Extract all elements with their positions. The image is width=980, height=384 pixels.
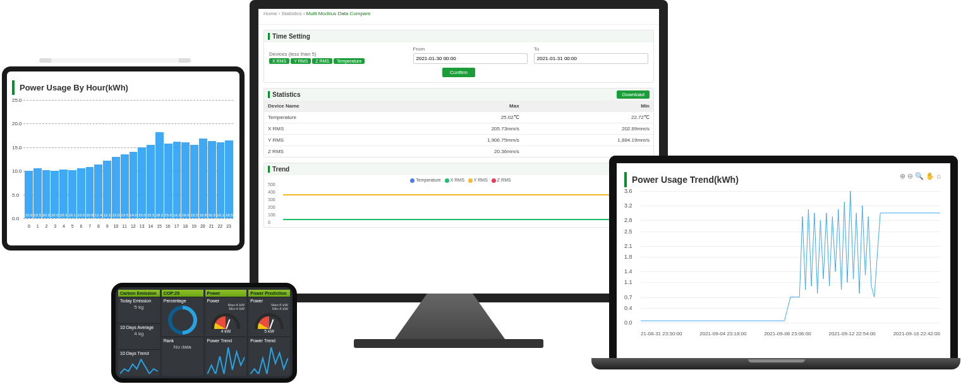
phone-cell: RankNo data bbox=[162, 337, 203, 376]
trend-legend: TemperatureX RMSY RMSZ RMS bbox=[268, 178, 650, 183]
device-tag[interactable]: Y RMS bbox=[291, 58, 311, 64]
phone-cell: Power Trend bbox=[205, 337, 247, 376]
phone-device: Carbon EmissionToday Emission5 kg10 Days… bbox=[111, 283, 297, 383]
phone-cell: Percentage bbox=[162, 297, 203, 337]
table-row: X RMS205.73mm/s202.89mm/s bbox=[264, 123, 653, 135]
zoom-in-icon[interactable]: ⊕ bbox=[900, 172, 907, 180]
bar: 16.3 bbox=[208, 141, 216, 218]
laptop-chart-title: Power Usage Trend(kWh) bbox=[624, 172, 943, 187]
bar: 15.0 bbox=[138, 147, 146, 218]
home-icon[interactable]: ⌂ bbox=[936, 172, 943, 180]
bar: 16.1 bbox=[217, 142, 225, 218]
crumb-current: Multi Modbus Data Compare bbox=[306, 11, 371, 16]
bar: 14.0 bbox=[130, 152, 138, 218]
bar: 10.3 bbox=[59, 170, 68, 218]
phone-column: Power PredictionPowerMax:5 kWMin:4 kW5 k… bbox=[248, 290, 290, 376]
bar: 10.0 bbox=[51, 171, 59, 218]
statistics-panel: Download Statistics Device Name Max Min … bbox=[263, 88, 654, 158]
phone-column: PowerPowerMax:4 kWMin:4 kW4 kWPower Tren… bbox=[205, 290, 247, 376]
device-tag[interactable]: X RMS bbox=[269, 58, 289, 64]
gauge-icon bbox=[211, 313, 240, 329]
col-device: Device Name bbox=[264, 101, 392, 112]
tablet-device: Power Usage By Hour(kWh) 0.05.010.015.02… bbox=[2, 66, 245, 251]
trend-title: Trend bbox=[268, 166, 650, 173]
bar: 12.2 bbox=[103, 161, 111, 218]
tablet-stylus bbox=[39, 58, 191, 63]
bar: 13.0 bbox=[112, 157, 120, 218]
laptop-notch bbox=[748, 359, 805, 362]
phone-col-header: Carbon Emission bbox=[118, 290, 160, 297]
statistics-title: Statistics bbox=[268, 91, 650, 98]
laptop-line-chart: 0.00.40.71.11.41.82.12.52.83.23.621-08-3… bbox=[624, 191, 943, 337]
tablet-chart-title: Power Usage By Hour(kWh) bbox=[12, 80, 234, 95]
devices-label: Devices (less than 5) bbox=[269, 51, 407, 57]
download-button[interactable]: Download bbox=[617, 90, 650, 99]
col-min: Min bbox=[523, 101, 653, 112]
phone-cell: Power Trend bbox=[248, 337, 290, 376]
phone-cell: 10 Days Average4 kg bbox=[118, 323, 160, 350]
phone-cell: PowerMax:5 kWMin:4 kW5 kW bbox=[248, 297, 290, 337]
tablet-bar-chart: 0.05.010.015.020.025.010.010.510.210.010… bbox=[12, 100, 234, 230]
bar: 10.2 bbox=[42, 170, 51, 218]
bar: 16.0 bbox=[181, 142, 190, 218]
to-label: To bbox=[534, 46, 648, 52]
trend-line-chart: 0100200300400500 bbox=[268, 184, 650, 222]
device-tags[interactable]: X RMSY RMSZ RMSTemperature bbox=[269, 58, 407, 64]
bar: 15.5 bbox=[147, 145, 155, 218]
bar: 15.8 bbox=[164, 144, 172, 218]
time-setting-title: Time Setting bbox=[268, 33, 650, 40]
table-row: Temperature25.02℃22.72℃ bbox=[264, 112, 653, 123]
phone-col-header: COP:29 bbox=[162, 290, 203, 297]
bar: 13.5 bbox=[121, 154, 129, 218]
zoom-rect-icon[interactable]: 🔍 bbox=[915, 172, 926, 180]
from-label: From bbox=[413, 46, 528, 52]
desktop-monitor: Home › Statistics › Multi Modbus Data Co… bbox=[250, 0, 668, 302]
trend-panel: Time G Trend TemperatureX RMSY RMSZ RMS … bbox=[263, 163, 654, 228]
bar: 10.8 bbox=[86, 167, 94, 218]
phone-col-header: Power Prediction bbox=[248, 290, 290, 297]
gauge-icon bbox=[255, 313, 284, 329]
bar: 16.5 bbox=[225, 140, 233, 218]
bar: 10.6 bbox=[77, 168, 85, 218]
from-input[interactable] bbox=[413, 53, 528, 64]
laptop-device: ⊕⊖🔍✋⌂ Power Usage Trend(kWh) 0.00.40.71.… bbox=[609, 156, 958, 366]
donut-icon bbox=[162, 299, 203, 336]
bar: 10.0 bbox=[25, 171, 33, 218]
table-row: Y RMS1,906.75mm/s1,884.19mm/s bbox=[264, 135, 653, 146]
bar: 11.4 bbox=[94, 164, 102, 218]
crumb-statistics[interactable]: Statistics bbox=[281, 11, 301, 16]
crumb-home[interactable]: Home bbox=[263, 11, 277, 16]
monitor-base bbox=[354, 339, 543, 348]
phone-cell: 10 Days Trend bbox=[118, 349, 160, 376]
phone-column: COP:29PercentageRankNo data bbox=[162, 290, 203, 376]
device-tag[interactable]: Z RMS bbox=[312, 58, 332, 64]
confirm-button[interactable]: Confirm bbox=[442, 68, 475, 77]
time-setting-panel: Time Setting Devices (less than 5) X RMS… bbox=[263, 30, 654, 83]
zoom-out-icon[interactable]: ⊖ bbox=[907, 172, 915, 180]
phone-cell: PowerMax:4 kWMin:4 kW4 kW bbox=[205, 297, 247, 337]
col-max: Max bbox=[392, 101, 523, 112]
bar: 16.2 bbox=[173, 142, 181, 218]
statistics-table: Device Name Max Min Temperature25.02℃22.… bbox=[264, 101, 653, 157]
pan-icon[interactable]: ✋ bbox=[926, 172, 936, 180]
phone-col-header: Power bbox=[205, 290, 247, 297]
phone-cell: Today Emission5 kg bbox=[118, 297, 160, 323]
bar: 10.5 bbox=[33, 168, 42, 218]
bar: 10.1 bbox=[68, 170, 76, 218]
bar: 15.5 bbox=[190, 145, 198, 218]
bar: 18.2 bbox=[155, 132, 164, 218]
bar: 16.8 bbox=[199, 139, 207, 218]
table-row: Z RMS20.36mm/s bbox=[264, 146, 653, 158]
device-tag[interactable]: Temperature bbox=[334, 58, 365, 64]
chart-toolbar[interactable]: ⊕⊖🔍✋⌂ bbox=[900, 172, 943, 180]
phone-column: Carbon EmissionToday Emission5 kg10 Days… bbox=[118, 290, 160, 376]
breadcrumb: Home › Statistics › Multi Modbus Data Co… bbox=[258, 9, 659, 25]
to-input[interactable] bbox=[534, 53, 648, 64]
